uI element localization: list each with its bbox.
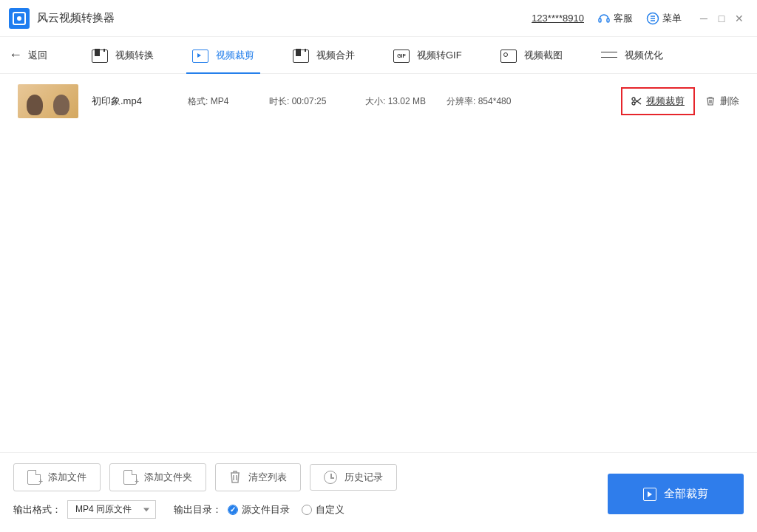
file-row: 初印象.mp4 格式: MP4 时长: 00:07:25 大小: 13.02 M… — [0, 74, 757, 129]
maximize-button[interactable]: □ — [713, 13, 730, 24]
delete-button[interactable]: 删除 — [705, 95, 739, 108]
menu-button[interactable]: 菜单 — [646, 12, 682, 25]
screenshot-icon — [500, 48, 517, 63]
tab-bar: ← 返回 视频转换 视频裁剪 视频合并 GIF 视频转GIF 视频截图 视频优化 — [0, 37, 757, 74]
svg-rect-0 — [599, 18, 601, 22]
tab-label: 视频截图 — [524, 49, 563, 62]
radio-custom-dir[interactable]: 自定义 — [302, 503, 344, 516]
output-format-select[interactable]: MP4 同原文件 — [67, 500, 156, 519]
folder-plus-icon — [123, 470, 137, 485]
trash-icon — [705, 96, 716, 106]
tab-crop[interactable]: 视频裁剪 — [192, 37, 254, 74]
headset-icon — [597, 12, 611, 25]
scissors-icon — [631, 96, 642, 106]
btn-label: 添加文件 — [48, 471, 86, 484]
tab-label: 视频转GIF — [417, 49, 462, 62]
delete-label: 删除 — [720, 95, 739, 108]
video-thumbnail — [18, 84, 78, 118]
file-name: 初印象.mp4 — [92, 95, 188, 108]
tab-label: 视频转换 — [115, 49, 154, 62]
footer: 添加文件 添加文件夹 清空列表 历史记录 输出格式： MP4 同原文件 输出目录… — [0, 452, 757, 532]
crop-icon — [192, 48, 208, 63]
add-file-button[interactable]: 添加文件 — [13, 463, 101, 491]
sliders-icon — [601, 48, 617, 63]
menu-list-icon — [646, 12, 659, 25]
back-label: 返回 — [28, 49, 47, 62]
merge-icon — [293, 48, 309, 63]
btn-label: 历史记录 — [344, 471, 383, 484]
file-format: 格式: MP4 — [188, 95, 269, 108]
titlebar: 风云视频转换器 123****8910 客服 菜单 ─ □ ✕ — [0, 0, 757, 37]
clear-list-button[interactable]: 清空列表 — [215, 463, 301, 491]
btn-label: 清空列表 — [248, 471, 287, 484]
tab-label: 视频合并 — [316, 49, 355, 62]
svg-point-4 — [632, 102, 635, 105]
convert-icon — [92, 48, 108, 63]
file-list: 初印象.mp4 格式: MP4 时长: 00:07:25 大小: 13.02 M… — [0, 74, 757, 129]
svg-rect-1 — [607, 18, 609, 22]
gif-icon: GIF — [393, 48, 410, 63]
tab-merge[interactable]: 视频合并 — [293, 37, 355, 74]
app-title: 风云视频转换器 — [37, 11, 115, 25]
crop-label: 视频裁剪 — [646, 95, 685, 108]
tab-optimize[interactable]: 视频优化 — [601, 37, 663, 74]
btn-label: 添加文件夹 — [144, 471, 192, 484]
support-button[interactable]: 客服 — [597, 12, 633, 25]
crop-all-button[interactable]: 全部裁剪 — [608, 474, 744, 514]
file-size: 大小: 13.02 MB — [365, 95, 447, 108]
main-btn-label: 全部裁剪 — [664, 487, 708, 501]
output-format-label: 输出格式： — [13, 503, 61, 516]
back-button[interactable]: ← 返回 — [9, 47, 47, 63]
tab-gif[interactable]: GIF 视频转GIF — [393, 37, 462, 74]
close-button[interactable]: ✕ — [730, 13, 748, 24]
account-id[interactable]: 123****8910 — [532, 13, 584, 24]
history-button[interactable]: 历史记录 — [310, 464, 397, 491]
file-duration: 时长: 00:07:25 — [269, 95, 365, 108]
tab-convert[interactable]: 视频转换 — [92, 37, 154, 74]
radio-label: 源文件目录 — [242, 503, 290, 516]
arrow-left-icon: ← — [9, 47, 22, 63]
clock-icon — [324, 471, 337, 484]
crop-video-button[interactable]: 视频裁剪 — [621, 87, 695, 115]
radio-checked-icon — [228, 505, 238, 515]
file-resolution: 分辨率: 854*480 — [447, 95, 557, 108]
svg-point-3 — [632, 98, 635, 100]
output-dir-label: 输出目录： — [174, 503, 222, 516]
minimize-button[interactable]: ─ — [695, 13, 713, 24]
add-folder-button[interactable]: 添加文件夹 — [109, 463, 206, 491]
tab-label: 视频裁剪 — [216, 49, 254, 62]
radio-unchecked-icon — [302, 505, 312, 515]
radio-source-dir[interactable]: 源文件目录 — [228, 503, 290, 516]
tab-label: 视频优化 — [625, 49, 663, 62]
trash-icon — [229, 470, 241, 485]
file-plus-icon — [27, 470, 41, 485]
tab-screenshot[interactable]: 视频截图 — [500, 37, 563, 74]
menu-label: 菜单 — [662, 12, 682, 25]
radio-label: 自定义 — [316, 503, 344, 516]
app-logo-icon — [9, 8, 30, 29]
play-box-icon — [643, 488, 656, 501]
support-label: 客服 — [614, 12, 633, 25]
